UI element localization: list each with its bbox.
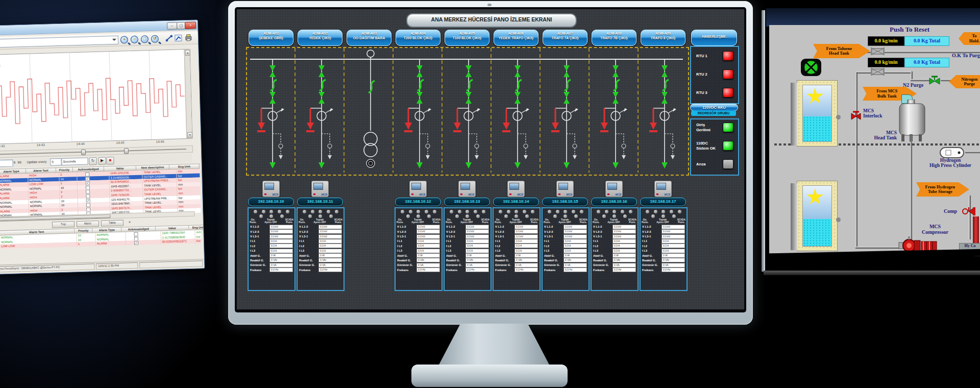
tab-table[interactable]: Table bbox=[101, 220, 124, 227]
measurement-value: 0.0 A bbox=[318, 249, 342, 253]
zoom-in-icon[interactable]: + bbox=[120, 36, 129, 44]
panel-caption: On. Pozis.Toprak Ayırıcı OFFSCADA Pozis. bbox=[641, 218, 687, 225]
print-icon[interactable] bbox=[185, 34, 193, 42]
interval-unit-combobox[interactable]: Seconds bbox=[61, 158, 88, 165]
measurement-row: I L20.0 A bbox=[445, 244, 491, 248]
measurement-label: V L3-1 bbox=[544, 235, 553, 238]
interval-spinner[interactable]: 5 bbox=[50, 158, 61, 166]
feeder-button-ADM-A07[interactable]: ADM-A07TRAFO 7A ÇIKIŞ bbox=[543, 30, 587, 46]
zoom-out-icon[interactable]: − bbox=[131, 36, 139, 44]
chart-icon[interactable] bbox=[175, 34, 183, 42]
measurement-value: 0.0 kV bbox=[318, 229, 342, 234]
ack-checkbox[interactable]: ✓ bbox=[134, 241, 138, 245]
measurement-label: Reaktif G. bbox=[446, 259, 460, 262]
measurement-row: Aktif G.0 W bbox=[445, 253, 491, 258]
trend-chart: ▲ ▼ bbox=[0, 49, 192, 144]
dc-row: Giriş Gerilimi bbox=[691, 123, 738, 132]
measurement-value: 0 VAr bbox=[465, 258, 489, 262]
feeder-code: ADM-A08 bbox=[592, 32, 636, 36]
refresh-button[interactable]: ↻ bbox=[89, 157, 96, 165]
measurement-row: V L2-30.0 kV bbox=[543, 229, 589, 234]
tab-close-icon[interactable]: × bbox=[129, 220, 131, 224]
zoom-window-icon[interactable]: □ bbox=[141, 35, 149, 43]
nitrogen-purge-arrow: Nitrogen Purge bbox=[949, 75, 980, 88]
measurement-row: V L3-10.0 kV bbox=[543, 234, 589, 238]
rtu-label: RTU 2 bbox=[696, 72, 719, 77]
measurement-label: I L3 bbox=[642, 249, 647, 252]
measurement-label: I L1 bbox=[593, 239, 598, 243]
indicator-dot bbox=[678, 210, 681, 213]
measurement-label: I L3 bbox=[495, 249, 500, 252]
measurement-row: Reaktif G.0 VAr bbox=[396, 258, 442, 262]
feeder-name: TRAFO 8 ÇIKIŞ bbox=[641, 36, 685, 41]
measurement-value: 0 VA bbox=[514, 263, 538, 268]
measurement-label: I L2 bbox=[397, 245, 402, 248]
dc-label: Arıza bbox=[696, 162, 719, 166]
measurement-label: Görünür G. bbox=[642, 263, 658, 266]
measurement-value: 0 VA bbox=[564, 263, 587, 268]
measurement-row: V L1-20.0 kV bbox=[298, 225, 344, 229]
scroll-up-icon[interactable]: ▲ bbox=[185, 50, 190, 56]
close-button[interactable]: × bbox=[185, 21, 196, 29]
measurement-row: V L1-20.0 kV bbox=[543, 225, 589, 229]
measurement-label: I L2 bbox=[544, 245, 549, 248]
cell-unit: bar bbox=[195, 234, 205, 239]
measurement-value: 0.0 kV bbox=[416, 234, 440, 239]
measurement-label: Aktif G. bbox=[593, 254, 604, 257]
measurement-label: V L1-2 bbox=[593, 225, 602, 228]
maximize-button[interactable]: ▢ bbox=[177, 22, 185, 29]
measurement-row: V L2-30.0 kV bbox=[396, 229, 442, 234]
feeder-button-ADM-A09[interactable]: ADM-A09TRAFO 8 ÇIKIŞ bbox=[641, 30, 685, 46]
measurement-label: Frekans bbox=[250, 269, 261, 272]
push-to-reset-button[interactable]: Push To Reset bbox=[871, 26, 948, 33]
play-button[interactable]: ▶ bbox=[98, 157, 106, 165]
rtu-row: RTU 2 bbox=[691, 69, 738, 79]
panel-caption: On. Pozis.Toprak Ayırıcı OFFSCADA Pozis. bbox=[249, 218, 295, 225]
measurement-label: I L3 bbox=[299, 249, 304, 252]
monitor-stand-base bbox=[411, 365, 568, 387]
measurement-label: V L2-3 bbox=[593, 230, 602, 233]
scale-combobox[interactable] bbox=[0, 160, 13, 167]
slider-handle-left[interactable] bbox=[81, 150, 86, 155]
feeder-button-ADM-A08[interactable]: ADM-A08TRAFO 7B ÇIKIŞ bbox=[592, 30, 636, 46]
measurement-row: Frekans0.0 Hz bbox=[641, 268, 687, 272]
mcs-interlock-valve[interactable] bbox=[850, 111, 862, 123]
measurement-row: I L30.0 A bbox=[641, 249, 687, 253]
feeder-button-ADM-A02[interactable]: ADM-A02YEDEK ÇIKIŞ bbox=[298, 30, 342, 46]
indicator-dot bbox=[327, 210, 330, 213]
sld-column-ADM-A07 bbox=[551, 59, 578, 168]
monitor-camera-dot bbox=[487, 4, 492, 6]
slider-handle-right[interactable] bbox=[124, 148, 129, 154]
status-app: DemoTrendAlarm : DEMOLKBKC @Demo-PT-PC bbox=[0, 263, 94, 272]
scroll-down-icon[interactable]: ▼ bbox=[187, 132, 192, 138]
zoom-reset-icon[interactable]: ↺ bbox=[151, 35, 159, 43]
measurement-value: 0 W bbox=[564, 253, 587, 258]
indicator-dot bbox=[572, 210, 575, 213]
trend-cursor-icon[interactable] bbox=[165, 35, 174, 43]
measurement-row: I L10.0 A bbox=[543, 239, 589, 244]
feeder-button-ADM-A01[interactable]: ADM-A01ŞEBEKE GİRİŞ bbox=[249, 30, 293, 46]
feeder-button-ADM-A03[interactable]: ADM-A03OG DAĞITIM BARA bbox=[347, 30, 391, 46]
pen-selector-combobox[interactable] bbox=[0, 36, 118, 48]
tab-mass[interactable]: Mass bbox=[77, 221, 99, 227]
caption-cell: Toprak Ayırıcı OFF bbox=[607, 219, 620, 224]
indicator-dot bbox=[651, 214, 655, 218]
feeder-button-ADM-A06[interactable]: ADM-A06YEDEK TRAFO ÇIKIŞ bbox=[494, 30, 538, 46]
panel-caption: On. Pozis.Toprak Ayırıcı OFFSCADA Pozis. bbox=[494, 218, 540, 225]
measurement-row: I L20.0 A bbox=[641, 244, 687, 248]
measurement-row: Frekans0.0 Hz bbox=[494, 268, 540, 272]
measurement-label: Frekans bbox=[495, 269, 506, 272]
feeder-button-ADM-A05[interactable]: ADM-A05T100 BLOK ÇIKIŞ bbox=[445, 30, 489, 46]
n2-purge-valve[interactable] bbox=[928, 75, 941, 87]
ok-to-purge-label: O.K To Purge bbox=[952, 53, 980, 59]
flow2-rate-readout: 0.0 kg/min bbox=[868, 58, 904, 67]
measurement-row: I L30.0 A bbox=[592, 249, 638, 253]
measurement-panel-ADM-A04: On. Pozis.Toprak Ayırıcı OFFSCADA Pozis.… bbox=[395, 207, 443, 291]
update-every-label: Update every bbox=[27, 160, 46, 164]
feeder-button-ADM-A04[interactable]: ADM-A04T200 BLOK ÇIKIŞ bbox=[396, 30, 440, 46]
minimize-button[interactable]: – bbox=[167, 22, 177, 30]
stop-button[interactable]: ■ bbox=[106, 157, 114, 164]
panel-caption: On. Pozis.Toprak Ayırıcı OFFSCADA Pozis. bbox=[298, 218, 344, 225]
n2-pipe-2 bbox=[911, 79, 931, 81]
tab-trip[interactable]: Trip bbox=[52, 221, 75, 228]
